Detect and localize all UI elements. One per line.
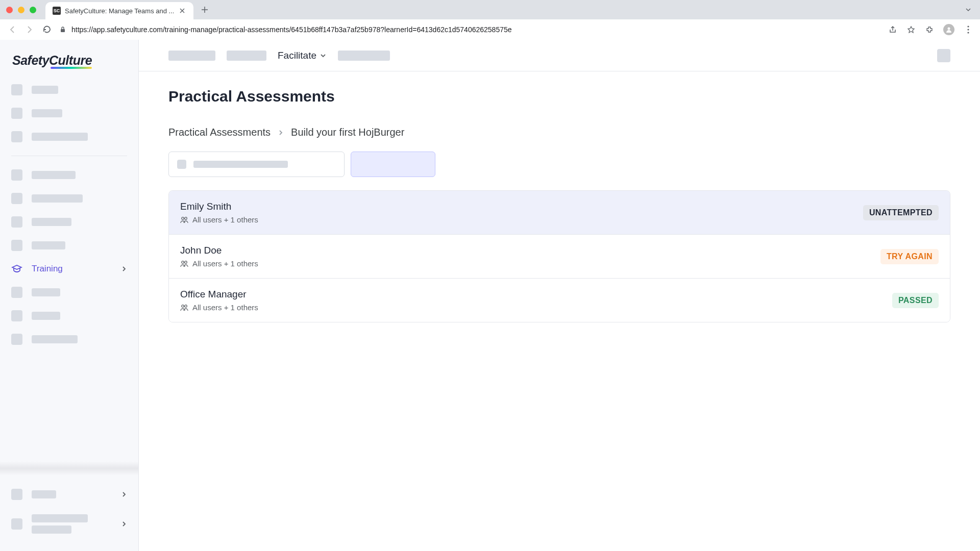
skeleton-text	[32, 490, 56, 498]
status-badge: TRY AGAIN	[880, 249, 939, 264]
svg-point-9	[182, 305, 184, 307]
nav-item-skeleton[interactable]	[11, 281, 127, 304]
chevron-right-icon	[121, 266, 127, 272]
results-list: Emily SmithAll users + 1 othersUNATTEMPT…	[168, 190, 950, 322]
lock-icon	[59, 26, 66, 33]
search-icon-skeleton	[177, 160, 186, 169]
skeleton-icon	[11, 310, 22, 321]
nav-item-skeleton[interactable]	[11, 102, 127, 125]
skeleton-icon	[11, 287, 22, 298]
topbar: Facilitate	[139, 40, 980, 71]
skeleton-icon	[11, 240, 22, 251]
skeleton-text	[32, 171, 76, 179]
minimize-window-button[interactable]	[18, 7, 24, 13]
sidebar-item-label: Training	[32, 264, 112, 274]
skeleton-icon	[11, 334, 22, 345]
nav-divider	[11, 156, 127, 156]
logo-wrap: SafetyCulture	[0, 40, 138, 78]
tab-bar: SC SafetyCulture: Manage Teams and ...	[0, 0, 980, 19]
training-icon	[11, 263, 22, 274]
row-subtitle: All users + 1 others	[180, 215, 258, 224]
nav-item-skeleton[interactable]	[11, 304, 127, 328]
chevron-down-icon	[320, 52, 327, 59]
nav-item-skeleton[interactable]	[11, 125, 127, 148]
page-title: Practical Assessments	[168, 88, 950, 105]
row-name: John Doe	[180, 245, 258, 256]
skeleton-text	[32, 218, 71, 226]
skeleton-text	[32, 514, 88, 522]
nav-group-top	[0, 78, 138, 148]
bottom-item-skeleton[interactable]	[11, 482, 127, 507]
result-row[interactable]: Office ManagerAll users + 1 othersPASSED	[169, 279, 950, 322]
close-tab-icon[interactable]	[178, 7, 186, 15]
breadcrumb-root[interactable]: Practical Assessments	[168, 127, 271, 138]
topbar-skeleton[interactable]	[168, 51, 215, 61]
users-icon	[180, 260, 188, 267]
svg-point-1	[948, 28, 950, 30]
browser-chrome: SC SafetyCulture: Manage Teams and ... h…	[0, 0, 980, 40]
reload-button[interactable]	[42, 24, 52, 35]
status-badge: UNATTEMPTED	[863, 205, 939, 220]
svg-point-4	[967, 32, 969, 33]
app-root: SafetyCulture Training	[0, 40, 980, 551]
close-window-button[interactable]	[6, 7, 13, 13]
sidebar-item-training[interactable]: Training	[11, 257, 127, 281]
filter-button[interactable]	[351, 152, 435, 177]
forward-button[interactable]	[24, 24, 35, 35]
row-left: John DoeAll users + 1 others	[180, 245, 258, 268]
share-icon[interactable]	[888, 25, 897, 34]
skeleton-icon	[11, 193, 22, 204]
svg-rect-0	[61, 29, 65, 32]
tab-favicon-icon: SC	[53, 7, 61, 15]
maximize-window-button[interactable]	[30, 7, 36, 13]
nav-item-skeleton[interactable]	[11, 210, 127, 234]
nav-group-main: Training	[0, 163, 138, 351]
skeleton-text	[32, 86, 58, 94]
sidebar: SafetyCulture Training	[0, 40, 139, 551]
users-icon	[180, 304, 188, 311]
nav-item-skeleton[interactable]	[11, 328, 127, 351]
extensions-icon[interactable]	[925, 25, 934, 34]
users-icon	[180, 216, 188, 223]
skeleton-stacked	[32, 514, 88, 534]
skeleton-icon	[11, 489, 22, 500]
dropdown-label: Facilitate	[278, 50, 316, 61]
row-subtitle: All users + 1 others	[180, 259, 258, 268]
logo[interactable]: SafetyCulture	[12, 53, 92, 68]
svg-point-7	[182, 261, 184, 263]
row-subtitle-text: All users + 1 others	[192, 303, 258, 312]
window-controls	[6, 7, 36, 13]
back-button[interactable]	[7, 24, 17, 35]
chevron-right-icon	[121, 521, 127, 527]
topbar-skeleton[interactable]	[338, 51, 390, 61]
bookmark-icon[interactable]	[906, 25, 916, 34]
result-row[interactable]: John DoeAll users + 1 othersTRY AGAIN	[169, 235, 950, 279]
topbar-action-skeleton[interactable]	[937, 49, 950, 62]
nav-item-skeleton[interactable]	[11, 163, 127, 187]
result-row[interactable]: Emily SmithAll users + 1 othersUNATTEMPT…	[169, 191, 950, 235]
row-subtitle-text: All users + 1 others	[192, 259, 258, 268]
bottom-item-skeleton[interactable]	[11, 507, 127, 541]
tab-title: SafetyCulture: Manage Teams and ...	[65, 7, 174, 15]
browser-tab[interactable]: SC SafetyCulture: Manage Teams and ...	[45, 2, 193, 19]
facilitate-dropdown[interactable]: Facilitate	[278, 50, 327, 61]
skeleton-icon	[11, 169, 22, 181]
content: Practical Assessments Practical Assessme…	[139, 71, 980, 339]
skeleton-text	[32, 241, 65, 249]
nav-item-skeleton[interactable]	[11, 234, 127, 257]
new-tab-button[interactable]	[198, 3, 212, 17]
skeleton-icon	[11, 84, 22, 95]
profile-avatar-icon[interactable]	[943, 24, 954, 35]
search-placeholder-skeleton	[193, 161, 288, 168]
nav-item-skeleton[interactable]	[11, 187, 127, 210]
address-input[interactable]: https://app.safetyculture.com/training-m…	[59, 26, 881, 34]
search-input[interactable]	[168, 152, 345, 177]
chevron-right-icon	[121, 491, 127, 497]
menu-icon[interactable]	[964, 25, 973, 34]
nav-item-skeleton[interactable]	[11, 78, 127, 102]
svg-point-6	[185, 217, 187, 219]
topbar-skeleton[interactable]	[227, 51, 266, 61]
tabs-dropdown-icon[interactable]	[965, 6, 972, 13]
svg-point-2	[967, 26, 969, 27]
address-bar: https://app.safetyculture.com/training-m…	[0, 19, 980, 40]
